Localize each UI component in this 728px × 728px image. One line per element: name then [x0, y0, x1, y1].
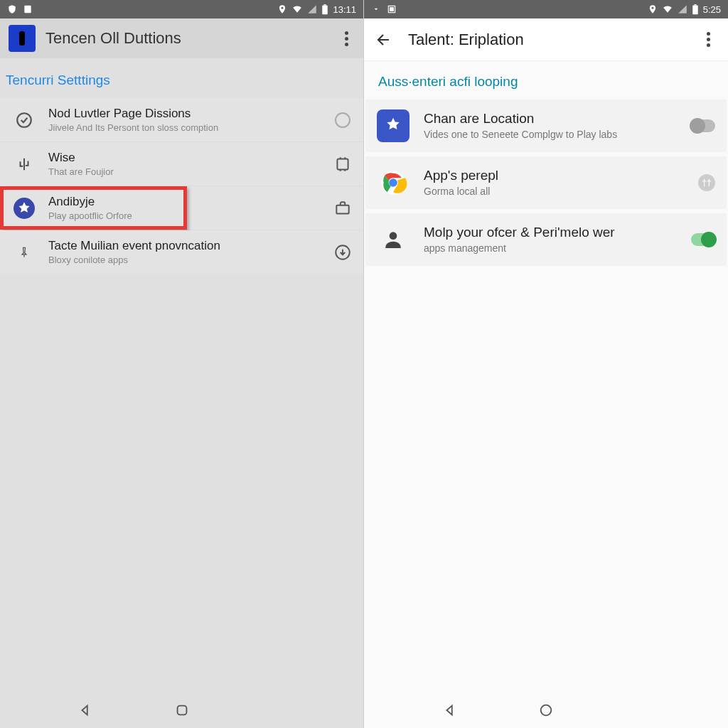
battery-icon: [321, 4, 328, 15]
signal-icon: [678, 4, 687, 14]
svg-rect-11: [390, 8, 394, 11]
app-icon: [9, 25, 36, 52]
play-store-icon: [13, 198, 36, 219]
svg-point-1: [282, 7, 284, 9]
location-icon: [648, 4, 658, 14]
page-title: Talent: Eriplation: [408, 31, 524, 49]
svg-point-19: [541, 705, 552, 716]
card-apps-perepl[interactable]: App's perepl Gorma local all ††: [365, 156, 727, 209]
nav-home-button[interactable]: [535, 700, 557, 721]
pin-icon: [13, 243, 36, 262]
nav-back-button[interactable]: [439, 700, 461, 721]
section-heading: Auss·enteri acfi looping: [364, 61, 728, 100]
toggle-switch[interactable]: [691, 233, 715, 246]
signal-icon: [307, 4, 317, 14]
nav-back-button[interactable]: [75, 700, 96, 721]
list-item-event-pnovncation[interactable]: Tacte Muilian event pnovncation Bloxy co…: [0, 230, 363, 274]
screenshot-icon: [387, 4, 397, 14]
svg-point-18: [390, 232, 397, 240]
svg-point-12: [651, 7, 653, 9]
card-title: Molp your ofcer & Peri'melo wer: [424, 225, 687, 240]
nav-bar: [0, 692, 363, 728]
page-title: Tencen Oll Duttions: [46, 29, 181, 48]
list-item-andibyje[interactable]: Andibyje Play apootflic Orfore: [0, 186, 363, 230]
list-item-subtitle: Jiivele And Its Persont ton sloss compti…: [48, 122, 332, 133]
briefcase-icon: [332, 198, 353, 219]
status-time: 13:11: [333, 4, 356, 15]
card-molp-ofcer[interactable]: Molp your ofcer & Peri'melo wer apps man…: [365, 213, 727, 266]
list-item-page-dissions[interactable]: Nod Luvtler Page Dissions Jiivele And It…: [0, 98, 363, 142]
svg-rect-14: [694, 4, 696, 6]
section-heading: Tencurri Setttings: [0, 58, 363, 98]
card-title: Chan are Location: [424, 111, 687, 127]
app-header: Talent: Eriplation: [364, 18, 728, 61]
device-icon: [332, 154, 353, 175]
status-bar: 13:11: [0, 0, 363, 18]
app-header: Tencen Oll Duttions: [0, 18, 363, 58]
download-circle-icon: [332, 242, 353, 263]
note-icon: [23, 4, 33, 14]
battery-icon: [692, 4, 699, 15]
card-subtitle: Vides one to Seneete Complgw to Play lab…: [424, 128, 687, 141]
svg-rect-7: [336, 205, 348, 213]
svg-rect-5: [337, 159, 348, 169]
play-store-icon: [377, 109, 410, 142]
nav-bar: [364, 692, 728, 728]
download-icon: [371, 4, 381, 14]
svg-rect-2: [323, 5, 328, 14]
info-icon[interactable]: ††: [698, 174, 715, 191]
card-title: App's perepl: [424, 168, 687, 183]
svg-rect-13: [692, 5, 698, 14]
check-circle-icon: [13, 111, 36, 129]
overflow-menu-button[interactable]: [700, 31, 717, 48]
list-item-title: Andibyje: [48, 195, 332, 209]
svg-point-4: [17, 113, 31, 127]
left-phone-panel: 13:11 Tencen Oll Duttions Tencurri Settt…: [0, 0, 364, 728]
back-button[interactable]: [375, 31, 392, 48]
wifi-icon: [291, 4, 303, 14]
wifi-icon: [662, 4, 673, 14]
radio-unchecked[interactable]: [332, 109, 353, 131]
card-chan-location[interactable]: Chan are Location Vides one to Seneete C…: [365, 100, 727, 152]
list-item-subtitle: That are Foujior: [48, 166, 332, 177]
list-item-title: Wise: [48, 151, 332, 165]
card-subtitle: apps management: [424, 242, 687, 255]
status-bar: 5:25: [364, 0, 728, 18]
svg-rect-0: [24, 6, 31, 14]
list-item-subtitle: Bloxy conilote apps: [48, 255, 332, 265]
list-item-subtitle: Play apootflic Orfore: [48, 210, 332, 221]
right-phone-panel: 5:25 Talent: Eriplation Auss·enteri acfi…: [364, 0, 728, 728]
person-icon: [377, 223, 410, 256]
nav-home-button[interactable]: [171, 700, 193, 721]
list-item-title: Nod Luvtler Page Dissions: [48, 107, 332, 121]
toggle-switch[interactable]: [691, 119, 715, 132]
svg-rect-9: [177, 706, 186, 715]
svg-rect-3: [324, 4, 326, 6]
chrome-icon: [377, 166, 410, 199]
cactus-icon: [13, 155, 36, 173]
list-item-title: Tacte Muilian event pnovncation: [48, 239, 332, 253]
location-icon: [277, 4, 287, 14]
overflow-menu-button[interactable]: [338, 30, 355, 47]
card-subtitle: Gorma local all: [424, 185, 687, 198]
list-item-wise[interactable]: Wise That are Foujior: [0, 142, 363, 186]
shield-icon: [7, 4, 17, 14]
status-time: 5:25: [703, 4, 721, 15]
